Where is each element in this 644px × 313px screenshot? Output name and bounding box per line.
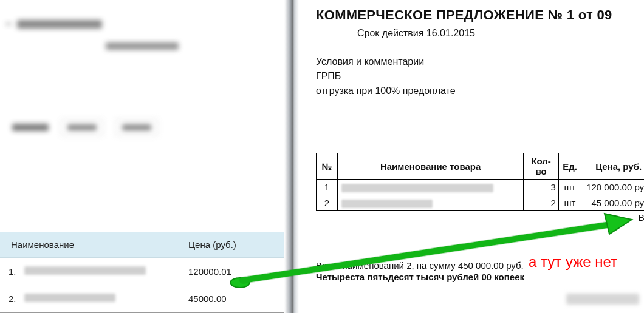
after-table-text: В то [316,212,644,223]
sum-words-prefix: Четыреста [316,272,367,282]
left-blurred-content [0,0,284,136]
cell-price: 120 000.00 руб. [581,180,644,195]
cell-unit: шт [558,195,581,211]
cell-qty: 2 [524,195,558,211]
document-preview: КОММЕРЧЕСКОЕ ПРЕДЛОЖЕНИЕ № 1 от 09 Срок … [299,0,644,313]
blurred-signature [566,294,639,305]
document-title: КОММЕРЧЕСКОЕ ПРЕДЛОЖЕНИЕ № 1 от 09 [316,7,644,23]
left-row-num: 1. [6,266,24,277]
table-header-row: № Наименование товара Кол-во Ед. Цена, р… [317,153,645,180]
cell-qty: 3 [524,180,558,195]
left-table-header: Наименование Цена (руб.) [0,232,284,258]
validity-label: Срок действия [357,28,423,38]
cell-num: 2 [317,195,338,211]
left-row-price: 120000.01 [188,266,278,277]
th-price: Цена, руб. [581,153,644,180]
cell-name [337,195,524,211]
th-unit: Ед. [558,153,581,180]
th-qty: Кол-во [524,153,558,180]
left-row-price: 45000.00 [188,294,278,304]
conditions-heading: Условия и комментарии [316,55,644,69]
left-panel: Наименование Цена (руб.) 1. 120000.01 2.… [0,0,284,313]
left-header-name: Наименование [6,240,188,250]
total-mid: , на сумму [411,260,457,271]
left-row-name [24,294,188,304]
table-row: 2 2 шт 45 000.00 руб. [317,195,645,211]
items-table: № Наименование товара Кол-во Ед. Цена, р… [316,153,644,211]
document-validity: Срок действия 16.01.2015 [316,28,644,39]
conditions-line: ГРПБ [316,69,644,84]
panel-divider [284,0,299,313]
left-header-price: Цена (руб.) [188,240,278,250]
left-table-row: 2. 45000.00 [0,285,284,312]
cell-price: 45 000.00 руб. [581,195,644,211]
left-row-name [24,266,188,277]
left-table-row: 1. 120000.01 [0,258,284,285]
conditions-line: отгрузка при 100% предоплате [316,84,644,98]
table-row: 1 3 шт 120 000.00 руб. [317,180,645,195]
validity-date: 16.01.2015 [426,28,475,38]
left-row-num: 2. [6,294,24,304]
left-items-table: Наименование Цена (руб.) 1. 120000.01 2.… [0,232,284,312]
cell-name [337,180,524,195]
sum-in-words: Четыреста пятьдесят тысяч рублей 00 копе… [316,272,644,282]
total-sum: 450 000.00 руб. [458,260,524,271]
total-line: Всего наименований 2, на сумму 450 000.0… [316,260,644,271]
total-prefix: Всего наименований [316,260,406,271]
cell-unit: шт [558,180,581,195]
th-number: № [317,153,338,180]
th-name: Наименование товара [337,153,524,180]
sum-words-rest: пятьдесят тысяч рублей 00 копеек [367,272,524,282]
cell-num: 1 [317,180,338,195]
document-conditions: Условия и комментарии ГРПБ отгрузка при … [316,55,644,98]
